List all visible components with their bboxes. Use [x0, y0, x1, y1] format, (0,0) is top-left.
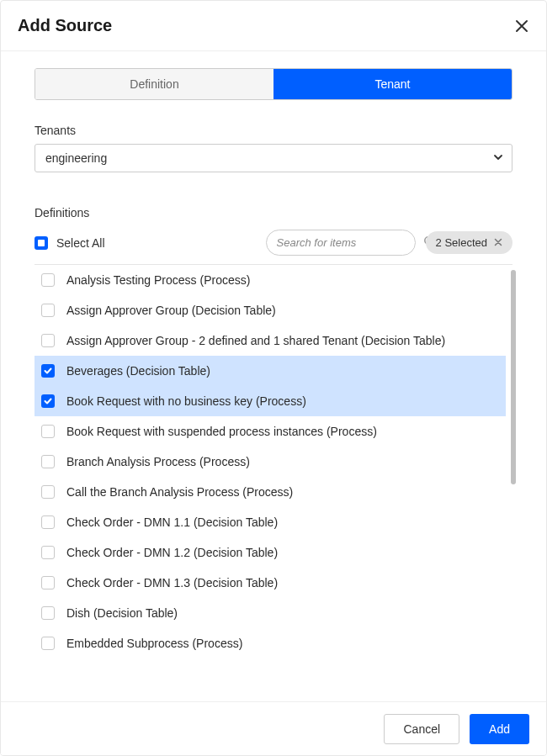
search-input-wrap[interactable]	[266, 230, 416, 256]
add-button[interactable]: Add	[470, 714, 529, 744]
tab-definition[interactable]: Definition	[35, 69, 274, 99]
checkbox-unchecked-icon[interactable]	[41, 455, 55, 468]
list-item[interactable]: Dish (Decision Table)	[35, 598, 506, 628]
checkbox-indeterminate-icon	[35, 236, 48, 250]
list-item-label: Assign Approver Group - 2 defined and 1 …	[66, 334, 499, 347]
list-item-label: Beverages (Decision Table)	[66, 364, 499, 378]
list-item[interactable]: Analysis Testing Process (Process)	[35, 265, 506, 295]
cancel-button[interactable]: Cancel	[384, 714, 459, 744]
list-item[interactable]: Call the Branch Analysis Process (Proces…	[35, 477, 506, 507]
definitions-list: Analysis Testing Process (Process)Assign…	[35, 265, 512, 669]
select-all-toggle[interactable]: Select All	[35, 236, 105, 250]
tenants-select[interactable]: engineering	[35, 144, 512, 172]
list-item-label: Embedded Subprocess (Process)	[66, 637, 499, 650]
tab-tenant[interactable]: Tenant	[274, 69, 512, 99]
selected-count-label: 2 Selected	[436, 236, 487, 249]
tenants-label: Tenants	[35, 124, 512, 137]
checkbox-checked-icon[interactable]	[41, 364, 55, 378]
definitions-label: Definitions	[35, 206, 512, 219]
tab-switcher: Definition Tenant	[35, 68, 512, 100]
list-item[interactable]: Book Request with suspended process inst…	[35, 416, 506, 447]
checkbox-unchecked-icon[interactable]	[41, 637, 55, 650]
close-icon	[514, 19, 529, 34]
dialog-footer: Cancel Add	[1, 701, 546, 755]
search-input[interactable]	[277, 236, 418, 249]
checkbox-unchecked-icon[interactable]	[41, 304, 55, 317]
list-item[interactable]: Check Order - DMN 1.3 (Decision Table)	[35, 568, 506, 598]
list-item[interactable]: Check Order - DMN 1.2 (Decision Table)	[35, 537, 506, 568]
list-item-label: Assign Approver Group (Decision Table)	[66, 304, 499, 317]
list-item[interactable]: Check Order - DMN 1.1 (Decision Table)	[35, 507, 506, 537]
select-all-label: Select All	[56, 236, 105, 250]
clear-selection-button[interactable]	[494, 236, 502, 249]
dialog-title: Add Source	[18, 16, 112, 35]
close-button[interactable]	[514, 19, 529, 34]
checkbox-unchecked-icon[interactable]	[41, 546, 55, 559]
list-item[interactable]: Embedded Subprocess (Process)	[35, 628, 506, 658]
list-item-label: Book Request with no business key (Proce…	[66, 394, 499, 408]
selected-count-badge: 2 Selected	[426, 231, 512, 254]
scrollbar[interactable]	[511, 270, 516, 484]
checkbox-unchecked-icon[interactable]	[41, 576, 55, 589]
checkbox-checked-icon[interactable]	[41, 394, 55, 408]
list-item-label: Branch Analysis Process (Process)	[66, 455, 499, 468]
checkbox-unchecked-icon[interactable]	[41, 425, 55, 438]
list-item-label: Book Request with suspended process inst…	[66, 425, 499, 438]
list-item-label: Check Order - DMN 1.1 (Decision Table)	[66, 515, 499, 529]
list-item[interactable]: Assign Approver Group (Decision Table)	[35, 295, 506, 325]
close-icon	[494, 238, 502, 246]
checkbox-unchecked-icon[interactable]	[41, 273, 55, 287]
list-item[interactable]: Assign Approver Group - 2 defined and 1 …	[35, 325, 506, 356]
checkbox-unchecked-icon[interactable]	[41, 515, 55, 529]
list-item-label: Check Order - DMN 1.2 (Decision Table)	[66, 546, 499, 559]
list-item-label: Analysis Testing Process (Process)	[66, 273, 499, 287]
checkbox-unchecked-icon[interactable]	[41, 334, 55, 347]
checkbox-unchecked-icon[interactable]	[41, 606, 55, 620]
list-item-label: Dish (Decision Table)	[66, 606, 499, 620]
checkbox-unchecked-icon[interactable]	[41, 485, 55, 499]
list-item[interactable]: Book Request with no business key (Proce…	[35, 386, 506, 416]
dialog-header: Add Source	[1, 1, 546, 51]
list-item[interactable]: Branch Analysis Process (Process)	[35, 447, 506, 477]
chevron-down-icon	[493, 151, 503, 165]
list-item-label: Call the Branch Analysis Process (Proces…	[66, 485, 499, 499]
tenants-select-value: engineering	[45, 151, 107, 165]
list-item[interactable]: Beverages (Decision Table)	[35, 356, 506, 386]
list-item-label: Check Order - DMN 1.3 (Decision Table)	[66, 576, 499, 589]
